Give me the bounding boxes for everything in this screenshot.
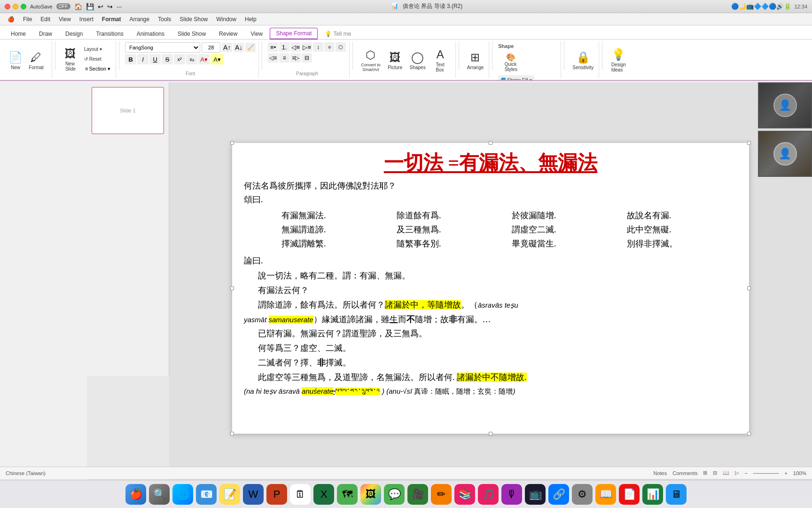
align-left-btn[interactable]: ◁≡ bbox=[268, 53, 278, 63]
btn-shape-fill[interactable]: 🪣 Shape Fill ▾ bbox=[498, 75, 534, 81]
font-color-btn[interactable]: A▾ bbox=[198, 54, 210, 64]
zoom-slider[interactable]: ─────── bbox=[753, 470, 779, 476]
menu-help[interactable]: Help bbox=[241, 15, 260, 24]
btn-new-slide[interactable]: 🖼 NewSlide bbox=[60, 42, 81, 75]
zoom-in-btn[interactable]: + bbox=[784, 470, 787, 476]
underline-btn[interactable]: U bbox=[149, 54, 161, 64]
columns-btn[interactable]: ⎑ bbox=[324, 42, 335, 52]
menu-tools[interactable]: Tools bbox=[154, 15, 175, 24]
redo-icon[interactable]: ↪ bbox=[107, 3, 113, 10]
normal-view-btn[interactable]: ⊞ bbox=[703, 470, 707, 476]
dock-appstore[interactable]: 🔗 bbox=[548, 484, 569, 505]
tab-slideshow[interactable]: Slide Show bbox=[172, 28, 212, 39]
autosave-toggle[interactable]: OFF bbox=[56, 3, 70, 9]
dock-maps[interactable]: 🗺 bbox=[337, 484, 358, 505]
dock-spotlight[interactable]: 🔍 bbox=[149, 484, 170, 505]
align-center-btn[interactable]: ≡ bbox=[279, 53, 289, 63]
slide-content[interactable]: 何法名爲彼所攜擇，因此傳佛說對法耶？ 頌曰. 有漏無漏法. 除道餘有爲. 於彼漏… bbox=[232, 180, 749, 397]
btn-textbox[interactable]: A TextBox bbox=[430, 43, 451, 76]
dock-dictionary[interactable]: 📖 bbox=[595, 484, 616, 505]
menu-slideshow[interactable]: Slide Show bbox=[176, 15, 211, 24]
slide-thumbnail-1[interactable]: Slide 1 bbox=[92, 87, 164, 134]
tab-review[interactable]: Review bbox=[213, 28, 243, 39]
traffic-lights[interactable] bbox=[5, 4, 26, 9]
increase-indent-btn[interactable]: ▷≡ bbox=[302, 42, 312, 52]
dock-word[interactable]: W bbox=[243, 484, 264, 505]
btn-shapes[interactable]: ◯ Shapes bbox=[407, 43, 428, 76]
italic-btn[interactable]: I bbox=[137, 54, 148, 64]
dock-music[interactable]: 🎵 bbox=[478, 484, 499, 505]
dock-acrobat[interactable]: 📄 bbox=[619, 484, 640, 505]
tab-home[interactable]: Home bbox=[5, 28, 32, 39]
menu-view[interactable]: View bbox=[55, 15, 75, 24]
btn-section[interactable]: 何法名爲彼所攜擇，因此傳佛說對法耶？ ≡ Section Section ▾ bbox=[82, 64, 114, 73]
slide-view-btn[interactable]: ⊟ bbox=[713, 470, 717, 476]
superscript-btn[interactable]: x² bbox=[174, 54, 185, 64]
dock-numbers[interactable]: 📊 bbox=[642, 484, 663, 505]
font-selector[interactable]: FangSong Arial Times New Roman bbox=[125, 42, 200, 53]
btn-quick-styles[interactable]: 🎨 QuickStyles bbox=[498, 51, 523, 74]
tab-transitions[interactable]: Transitions bbox=[90, 28, 129, 39]
dock-excel[interactable]: X bbox=[313, 484, 334, 505]
slide-title[interactable]: 一切法 =有漏法、無漏法 bbox=[232, 143, 749, 180]
dock-calendar[interactable]: 🗓 bbox=[290, 484, 311, 505]
strikethrough-btn[interactable]: S bbox=[162, 54, 173, 64]
clear-format-btn[interactable]: 🧹 bbox=[245, 43, 256, 52]
btn-layout[interactable]: Layout ▾ bbox=[82, 45, 114, 54]
menu-file[interactable]: File bbox=[19, 15, 36, 24]
btn-format[interactable]: 🖊 Format bbox=[26, 43, 46, 76]
dock-facetime[interactable]: 🎥 bbox=[407, 484, 428, 505]
home-icon[interactable]: 🏠 bbox=[74, 3, 82, 10]
save-icon[interactable]: 💾 bbox=[86, 3, 94, 10]
notes-btn[interactable]: Notes bbox=[653, 470, 667, 476]
dock-photos[interactable]: 🖼 bbox=[360, 484, 381, 505]
btn-reset[interactable]: ↺ Reset bbox=[82, 55, 114, 64]
tab-design[interactable]: Design bbox=[59, 28, 89, 39]
subscript-btn[interactable]: x₂ bbox=[186, 54, 197, 64]
bullets-btn[interactable]: ≡• bbox=[268, 42, 278, 52]
dock-podcast[interactable]: 🎙 bbox=[501, 484, 522, 505]
line-spacing-btn[interactable]: ↕ bbox=[313, 42, 323, 52]
tab-draw[interactable]: Draw bbox=[33, 28, 58, 39]
dock-tv[interactable]: 📺 bbox=[525, 484, 546, 505]
menu-window[interactable]: Window bbox=[212, 15, 240, 24]
slide-canvas[interactable]: 一切法 =有漏法、無漏法 何法名爲彼所攜擇，因此傳佛說對法耶？ 頌曰. 有漏無漏… bbox=[232, 143, 749, 434]
dock-books[interactable]: 📚 bbox=[454, 484, 475, 505]
dock-pages[interactable]: ✏ bbox=[431, 484, 452, 505]
undo-icon[interactable]: ↩ bbox=[98, 3, 103, 10]
btn-convert-smartart[interactable]: ⬡ Convert toSmartArt bbox=[359, 43, 383, 76]
tab-animations[interactable]: Animations bbox=[131, 28, 171, 39]
dock-settings[interactable]: ⚙ bbox=[572, 484, 593, 505]
dock-finder[interactable]: 🍎 bbox=[125, 484, 146, 505]
increase-font-btn[interactable]: A↑ bbox=[222, 43, 232, 52]
tab-tell-me[interactable]: 💡 Tell me bbox=[319, 28, 357, 39]
align-right-btn[interactable]: ≡▷ bbox=[290, 53, 301, 63]
dock-notes[interactable]: 📝 bbox=[219, 484, 240, 505]
slideshow-view-btn[interactable]: ▷ bbox=[735, 470, 739, 476]
smart-art-convert-btn[interactable]: ⬡ bbox=[336, 42, 346, 52]
font-size-input[interactable] bbox=[202, 42, 220, 53]
dock-powerpoint[interactable]: P bbox=[266, 484, 287, 505]
dock-mail[interactable]: 📧 bbox=[196, 484, 217, 505]
decrease-font-btn[interactable]: A↓ bbox=[234, 43, 244, 52]
menu-apple[interactable]: 🍎 bbox=[4, 15, 18, 24]
btn-design-ideas[interactable]: 💡 DesignIdeas bbox=[608, 43, 629, 76]
comments-btn[interactable]: Comments bbox=[672, 470, 697, 476]
dock-safari[interactable]: 🌐 bbox=[172, 484, 193, 505]
tab-shape-format[interactable]: Shape Format bbox=[270, 28, 318, 40]
btn-arrange[interactable]: ⊞ Arrange bbox=[465, 43, 486, 76]
menu-format[interactable]: Format bbox=[98, 15, 125, 24]
decrease-indent-btn[interactable]: ◁≡ bbox=[290, 42, 301, 52]
zoom-out-btn[interactable]: − bbox=[744, 470, 747, 476]
menu-arrange[interactable]: Arrange bbox=[126, 15, 154, 24]
bold-btn[interactable]: B bbox=[125, 54, 136, 64]
dock-zoom[interactable]: 🖥 bbox=[666, 484, 687, 505]
btn-sensitivity[interactable]: 🔒 Sensitivity bbox=[570, 43, 596, 76]
menu-insert[interactable]: Insert bbox=[76, 15, 97, 24]
more-icon[interactable]: ··· bbox=[117, 3, 122, 10]
btn-picture[interactable]: 🖼 Picture bbox=[385, 43, 406, 76]
menu-edit[interactable]: Edit bbox=[37, 15, 54, 24]
justify-btn[interactable]: ⊟ bbox=[302, 53, 312, 63]
btn-new[interactable]: 📄 New bbox=[6, 43, 25, 76]
tab-view[interactable]: View bbox=[244, 28, 269, 39]
